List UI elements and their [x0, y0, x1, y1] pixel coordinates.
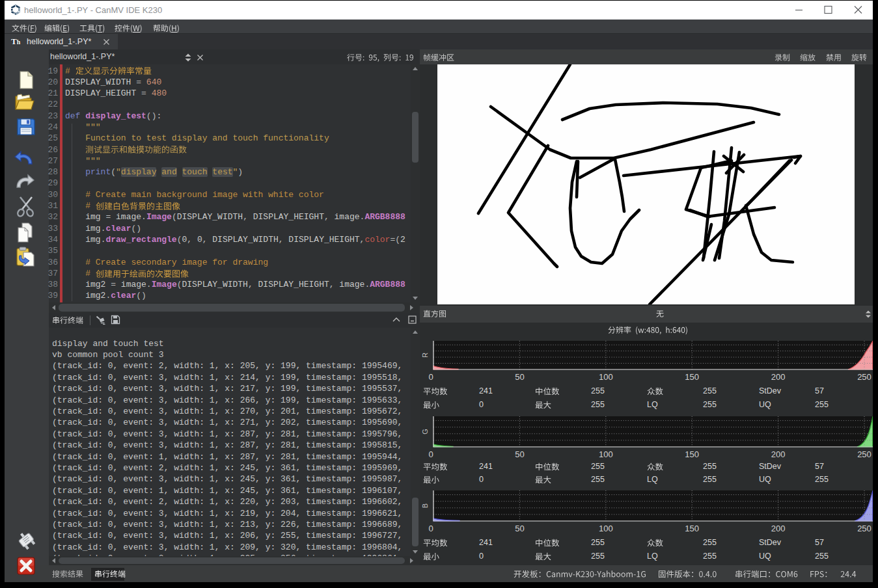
svg-text:200: 200	[771, 524, 786, 533]
svg-text:150: 150	[685, 372, 699, 382]
svg-text:0: 0	[428, 372, 433, 382]
svg-text:200: 200	[771, 372, 786, 382]
svg-text:150: 150	[685, 524, 699, 533]
svg-text:0: 0	[428, 449, 433, 459]
svg-text:B: B	[421, 503, 429, 508]
svg-text:250: 250	[857, 449, 871, 459]
svg-text:250: 250	[857, 372, 871, 382]
svg-text:100: 100	[599, 372, 613, 382]
svg-text:50: 50	[515, 372, 524, 382]
svg-text:R: R	[421, 353, 429, 358]
svg-text:200: 200	[771, 449, 786, 459]
svg-text:100: 100	[599, 449, 613, 459]
svg-text:50: 50	[515, 449, 524, 459]
svg-text:150: 150	[685, 449, 699, 459]
svg-text:250: 250	[857, 524, 871, 533]
svg-text:G: G	[421, 429, 429, 434]
svg-text:0: 0	[428, 524, 433, 533]
svg-text:100: 100	[599, 524, 613, 533]
svg-text:50: 50	[515, 524, 524, 533]
